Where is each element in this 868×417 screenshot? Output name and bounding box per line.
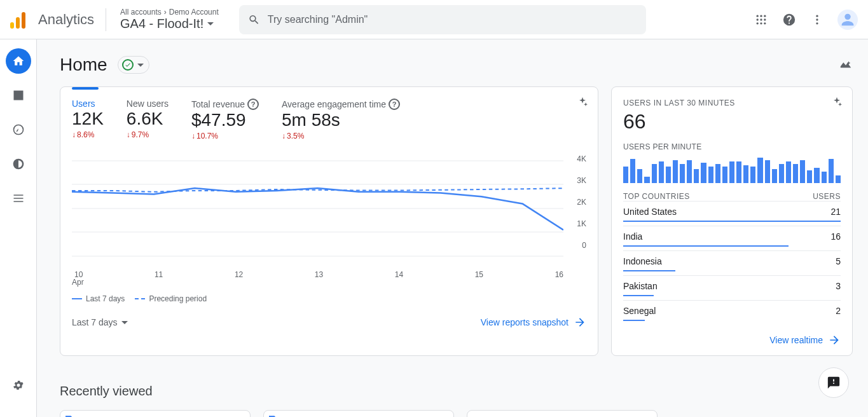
- metric-tab[interactable]: New users6.6K↓ 9.7%: [127, 99, 169, 140]
- metric-tab[interactable]: Average engagement time?5m 58s↓ 3.5%: [282, 99, 400, 140]
- recent-card[interactable]: [60, 410, 251, 417]
- arrow-down-icon: ↓: [72, 130, 76, 139]
- x-axis-month: Apr: [72, 278, 586, 287]
- metric-delta: ↓ 3.5%: [282, 132, 400, 140]
- metric-tab[interactable]: Users12K↓ 8.6%: [72, 99, 104, 140]
- svg-point-15: [844, 13, 850, 19]
- view-realtime-link[interactable]: View realtime: [769, 334, 841, 346]
- apps-icon[interactable]: [754, 12, 769, 27]
- metric-delta: ↓ 10.7%: [191, 132, 259, 140]
- arrow-down-icon: ↓: [282, 132, 286, 140]
- realtime-value: 66: [623, 110, 841, 133]
- countries-list: United States21India16Indonesia5Pakistan…: [623, 201, 841, 325]
- avatar[interactable]: [837, 10, 858, 30]
- country-bar: [623, 295, 654, 296]
- metric-tab[interactable]: Total revenue?$47.59↓ 10.7%: [191, 99, 259, 140]
- country-bar: [623, 320, 645, 321]
- users-chart: [72, 154, 563, 263]
- feedback-button[interactable]: [818, 367, 849, 398]
- arrow-down-icon: ↓: [127, 130, 130, 139]
- svg-rect-2: [22, 12, 25, 29]
- metric-label: Users: [72, 99, 104, 109]
- metric-value: 6.6K: [127, 109, 169, 129]
- search-input[interactable]: [268, 14, 637, 25]
- breadcrumb-account: Demo Account: [169, 8, 219, 17]
- svg-point-11: [764, 22, 766, 24]
- country-row: India16: [623, 226, 841, 250]
- overview-card: Users12K↓ 8.6%New users6.6K↓ 9.7%Total r…: [60, 86, 598, 356]
- chevron-down-icon: [137, 64, 144, 67]
- metric-tabs: Users12K↓ 8.6%New users6.6K↓ 9.7%Total r…: [72, 99, 586, 140]
- legend-previous: Preceding period: [135, 294, 207, 303]
- country-name: United States: [623, 207, 677, 217]
- country-bar: [623, 245, 789, 247]
- svg-point-5: [764, 15, 766, 17]
- users-column-label: USERS: [813, 192, 841, 201]
- product-name: Analytics: [38, 11, 94, 28]
- svg-point-9: [757, 22, 759, 24]
- svg-point-12: [816, 15, 818, 17]
- arrow-down-icon: ↓: [191, 132, 195, 140]
- metric-value: 5m 58s: [282, 110, 400, 130]
- country-row: Pakistan3: [623, 275, 841, 300]
- country-users: 2: [836, 306, 841, 316]
- page-title: Home: [60, 55, 107, 75]
- check-icon: [122, 59, 134, 71]
- more-icon[interactable]: [809, 12, 825, 27]
- svg-point-7: [760, 18, 762, 20]
- recent-card[interactable]: [263, 410, 454, 417]
- realtime-subtitle: USERS PER MINUTE: [623, 142, 841, 151]
- realtime-title: USERS IN LAST 30 MINUTES: [623, 99, 841, 107]
- help-icon[interactable]: ?: [247, 99, 259, 110]
- status-pill[interactable]: [118, 56, 149, 74]
- nav-home[interactable]: [6, 48, 31, 74]
- account-picker[interactable]: All accounts › Demo Account GA4 - Flood-…: [114, 8, 225, 31]
- analytics-logo: [10, 11, 27, 29]
- svg-rect-0: [10, 22, 14, 29]
- recent-card[interactable]: [467, 410, 658, 417]
- property-name: GA4 - Flood-It!: [120, 17, 203, 31]
- country-row: United States21: [623, 201, 841, 226]
- breadcrumb-all: All accounts: [120, 8, 162, 17]
- country-name: Senegal: [623, 306, 656, 316]
- realtime-card: USERS IN LAST 30 MINUTES 66 USERS PER MI…: [611, 86, 853, 356]
- country-name: Indonesia: [623, 256, 662, 266]
- metric-delta: ↓ 8.6%: [72, 130, 104, 139]
- nav-admin[interactable]: [6, 373, 31, 398]
- metric-value: 12K: [72, 109, 104, 129]
- country-name: India: [623, 231, 642, 242]
- help-icon[interactable]: ?: [389, 99, 400, 110]
- svg-point-6: [757, 18, 759, 20]
- svg-point-3: [757, 15, 759, 17]
- insights-icon[interactable]: [839, 57, 853, 73]
- ai-sparkle-icon[interactable]: [830, 96, 843, 111]
- search-bar[interactable]: [239, 5, 646, 34]
- nav-explore[interactable]: [6, 117, 31, 142]
- reports-snapshot-link[interactable]: View reports snapshot: [481, 316, 586, 329]
- country-bar: [623, 221, 841, 222]
- country-users: 3: [836, 281, 841, 291]
- country-row: Indonesia5: [623, 250, 841, 275]
- country-row: Senegal2: [623, 300, 841, 325]
- svg-point-4: [760, 15, 762, 17]
- search-icon: [248, 13, 260, 26]
- svg-point-14: [816, 22, 818, 24]
- country-users: 16: [830, 231, 841, 242]
- top-countries-label: TOP COUNTRIES: [623, 192, 690, 201]
- chevron-down-icon: [207, 22, 214, 25]
- tab-indicator: [72, 87, 99, 90]
- svg-point-10: [760, 22, 762, 24]
- nav-advertising[interactable]: [6, 151, 31, 177]
- date-range-picker[interactable]: Last 7 days: [72, 317, 128, 327]
- svg-point-8: [764, 18, 766, 20]
- country-name: Pakistan: [623, 281, 658, 291]
- metric-label: Total revenue?: [191, 99, 259, 110]
- recently-viewed-title: Recently viewed: [60, 384, 853, 399]
- nav-configure[interactable]: [6, 186, 31, 211]
- country-users: 21: [830, 207, 841, 217]
- svg-point-13: [816, 18, 818, 20]
- help-icon[interactable]: [782, 12, 797, 27]
- metric-label: New users: [127, 99, 169, 109]
- chevron-down-icon: [121, 321, 128, 324]
- nav-reports[interactable]: [6, 83, 31, 108]
